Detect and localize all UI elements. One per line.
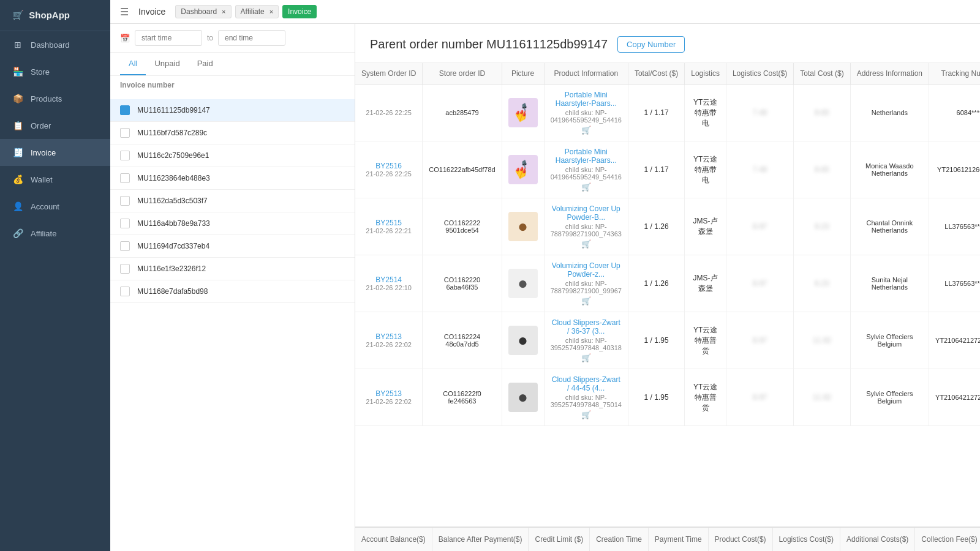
breadcrumb-close-icon[interactable]: ×: [222, 8, 225, 15]
logistics-cell: YT云途特惠普货: [685, 312, 726, 369]
product-image: ●: [508, 383, 538, 412]
product-image: 💅: [508, 98, 538, 127]
store-order-id-cell: CO1162222 9501dce54: [423, 198, 502, 255]
store-order-id-cell: acb285479: [423, 84, 502, 141]
invoice-checkbox[interactable]: [120, 219, 130, 228]
invoice-row[interactable]: MU116c2c7509e96e1: [110, 144, 355, 167]
invoice-row[interactable]: MU116e1f3e2326f12: [110, 258, 355, 280]
invoice-checkbox[interactable]: [120, 128, 130, 138]
address-country: Belgium: [857, 397, 922, 405]
order-id-link[interactable]: BY2513: [361, 332, 416, 341]
invoice-checkbox[interactable]: [120, 241, 130, 251]
table-row: BY2514 21-02-26 22:10 CO1162220 6aba46f3…: [355, 255, 980, 312]
sidebar-item-account[interactable]: 👤 Account: [0, 193, 110, 220]
store-order-id-cell: CO116222afb45df78d: [423, 141, 502, 198]
total-cost-val-cell: 6.23: [794, 255, 850, 312]
order-id-link[interactable]: BY2516: [361, 162, 416, 170]
sidebar-item-affiliate[interactable]: 🔗 Affiliate: [0, 220, 110, 247]
sidebar-item-invoice[interactable]: 🧾 Invoice: [0, 139, 110, 166]
detail-title: Parent order number MU11611125db99147: [370, 37, 608, 51]
order-date: 21-02-26 22:02: [361, 398, 416, 405]
sidebar-item-products[interactable]: 📦 Products: [0, 85, 110, 112]
product-sku: child sku: NP-3952574997848_40318: [551, 337, 622, 351]
order-id-link[interactable]: BY2514: [361, 276, 416, 284]
logistics-cost-cell: 8.97: [726, 312, 793, 369]
logistics-cell: JMS-卢森堡: [685, 255, 726, 312]
total-cost-cell: 1 / 1.95: [628, 369, 684, 426]
product-image: ●: [508, 326, 538, 355]
product-info-cell: Volumizing Cover Up Powder-B... child sk…: [544, 198, 628, 255]
tab-paid[interactable]: Paid: [189, 53, 222, 75]
footer-col-header: Collection Fee($): [915, 528, 980, 551]
invoice-number: MU116c2c7509e96e1: [137, 151, 209, 160]
col-header: Store order ID: [423, 63, 502, 84]
logistics-cost-value: 8.97: [753, 336, 767, 345]
invoice-checkbox[interactable]: [120, 196, 130, 206]
start-time-input[interactable]: [135, 30, 202, 46]
order-id-link[interactable]: BY2515: [361, 219, 416, 227]
invoice-checkbox[interactable]: [120, 287, 130, 296]
invoice-number: MU116e1f3e2326f12: [137, 264, 206, 273]
sidebar-label-store: Store: [31, 67, 50, 77]
logistics-cell: YT云途特惠带电: [685, 84, 726, 141]
end-time-input[interactable]: [218, 30, 285, 46]
col-header: Total Cost ($): [794, 63, 850, 84]
invoice-row[interactable]: MU1162da5d3c503f7: [110, 190, 355, 212]
address-name: Sylvie Offeciers: [857, 390, 922, 397]
total-cost-value: 11.92: [813, 336, 831, 345]
product-name[interactable]: Volumizing Cover Up Powder-B...: [551, 204, 622, 222]
breadcrumb-invoice[interactable]: Invoice: [282, 5, 317, 18]
product-name[interactable]: Cloud Slippers-Zwart / 44-45 (4...: [551, 375, 622, 392]
footer-table: Account Balance($)Balance After Payment(…: [355, 528, 980, 551]
tab-unpaid[interactable]: Unpaid: [146, 53, 188, 75]
product-info-cell: Portable Mini Haarstyler-Paars... child …: [544, 84, 628, 141]
product-name[interactable]: Volumizing Cover Up Powder-z...: [551, 261, 622, 279]
tab-all[interactable]: All: [120, 53, 146, 75]
invoice-checkbox[interactable]: [120, 105, 130, 115]
breadcrumb-affiliate[interactable]: Affiliate×: [235, 5, 279, 18]
sidebar-item-order[interactable]: 📋 Order: [0, 112, 110, 139]
product-name[interactable]: Cloud Slippers-Zwart / 36-37 (3...: [551, 318, 622, 335]
invoice-list-header: Invoice number: [110, 76, 355, 94]
product-name[interactable]: Portable Mini Haarstyler-Paars...: [551, 91, 622, 108]
dashboard-icon: ⊞: [12, 40, 23, 50]
order-icon: 📋: [12, 121, 23, 130]
product-img-icon: ●: [518, 331, 528, 350]
invoice-checkbox[interactable]: [120, 151, 130, 160]
invoice-row[interactable]: MU11694d7cd337eb4: [110, 235, 355, 258]
sidebar-item-wallet[interactable]: 💰 Wallet: [0, 166, 110, 193]
picture-cell: ●: [502, 255, 544, 312]
product-img-icon: ●: [518, 274, 528, 293]
footer-col-header: Creation Time: [590, 528, 649, 551]
table-row: BY2516 21-02-26 22:25 CO116222afb45df78d…: [355, 141, 980, 198]
total-cost-value: 9.23: [815, 222, 829, 231]
invoice-icon: 🧾: [12, 148, 23, 157]
invoice-checkbox[interactable]: [120, 173, 130, 183]
invoice-row[interactable]: MU1168e7dafa5bd98: [110, 280, 355, 303]
invoice-number: MU11611125db99147: [137, 106, 210, 114]
footer-col-header: Account Balance($): [355, 528, 432, 551]
product-img-icon: 💅: [511, 102, 533, 124]
total-cost-cell: 1 / 1.26: [628, 255, 684, 312]
order-id-link[interactable]: BY2513: [361, 389, 416, 398]
logistics-cost-value: 7.48: [753, 108, 767, 117]
invoice-list: MU11611125db99147 MU116bf7d587c289c MU11…: [110, 94, 355, 551]
detail-header: Parent order number MU11611125db99147 Co…: [355, 24, 980, 63]
logistics-cost-cell: 8.97: [726, 198, 793, 255]
copy-number-button[interactable]: Copy Number: [617, 36, 685, 53]
invoice-row[interactable]: MU11623864eb488e3: [110, 167, 355, 190]
invoice-row[interactable]: MU116bf7d587c289c: [110, 122, 355, 144]
breadcrumb-close-icon[interactable]: ×: [270, 8, 273, 15]
account-icon: 👤: [12, 201, 23, 211]
breadcrumb-dashboard[interactable]: Dashboard×: [175, 5, 231, 18]
invoice-row[interactable]: MU11611125db99147: [110, 99, 355, 122]
invoice-number: MU11694d7cd337eb4: [137, 242, 209, 250]
product-sku: child sku: NP-0419645595249_54416: [551, 166, 622, 181]
system-order-id-cell: BY2516 21-02-26 22:25: [355, 141, 423, 198]
address-cell: Sylvie Offeciers Belgium: [850, 369, 929, 426]
sidebar-item-store[interactable]: 🏪 Store: [0, 58, 110, 85]
invoice-checkbox[interactable]: [120, 264, 130, 274]
invoice-row[interactable]: MU116a4bb78e9a733: [110, 212, 355, 235]
sidebar-item-dashboard[interactable]: ⊞ Dashboard: [0, 31, 110, 58]
product-name[interactable]: Portable Mini Haarstyler-Paars...: [551, 148, 622, 165]
